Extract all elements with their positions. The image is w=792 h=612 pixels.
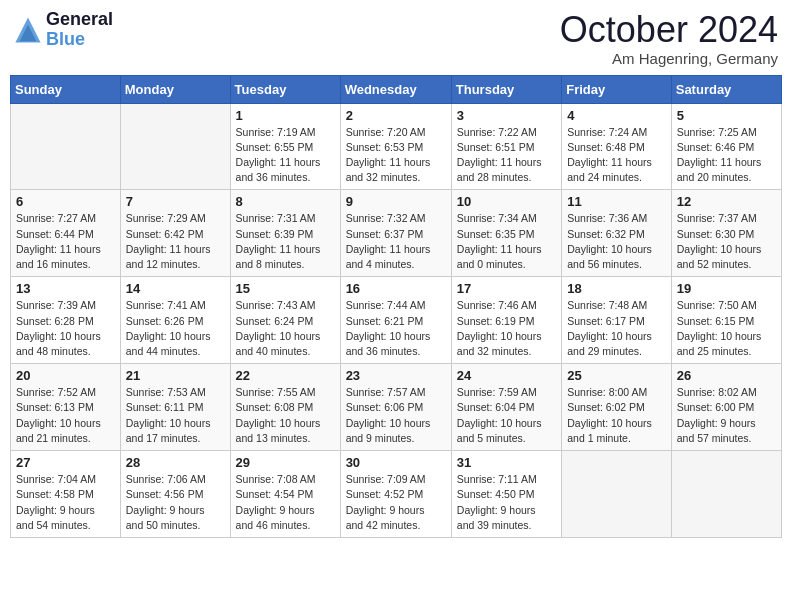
day-number: 7 <box>126 194 225 209</box>
weekday-header-row: SundayMondayTuesdayWednesdayThursdayFrid… <box>11 75 782 103</box>
day-detail: Sunrise: 7:04 AM Sunset: 4:58 PM Dayligh… <box>16 472 115 533</box>
day-number: 1 <box>236 108 335 123</box>
day-detail: Sunrise: 7:46 AM Sunset: 6:19 PM Dayligh… <box>457 298 556 359</box>
calendar-cell: 9Sunrise: 7:32 AM Sunset: 6:37 PM Daylig… <box>340 190 451 277</box>
calendar-cell <box>11 103 121 190</box>
calendar-cell: 31Sunrise: 7:11 AM Sunset: 4:50 PM Dayli… <box>451 451 561 538</box>
calendar-cell: 3Sunrise: 7:22 AM Sunset: 6:51 PM Daylig… <box>451 103 561 190</box>
calendar-cell: 1Sunrise: 7:19 AM Sunset: 6:55 PM Daylig… <box>230 103 340 190</box>
day-detail: Sunrise: 7:59 AM Sunset: 6:04 PM Dayligh… <box>457 385 556 446</box>
calendar-cell: 19Sunrise: 7:50 AM Sunset: 6:15 PM Dayli… <box>671 277 781 364</box>
week-row-3: 13Sunrise: 7:39 AM Sunset: 6:28 PM Dayli… <box>11 277 782 364</box>
calendar-cell: 21Sunrise: 7:53 AM Sunset: 6:11 PM Dayli… <box>120 364 230 451</box>
calendar-cell: 4Sunrise: 7:24 AM Sunset: 6:48 PM Daylig… <box>562 103 672 190</box>
day-detail: Sunrise: 8:02 AM Sunset: 6:00 PM Dayligh… <box>677 385 776 446</box>
week-row-2: 6Sunrise: 7:27 AM Sunset: 6:44 PM Daylig… <box>11 190 782 277</box>
day-detail: Sunrise: 7:37 AM Sunset: 6:30 PM Dayligh… <box>677 211 776 272</box>
calendar-cell: 20Sunrise: 7:52 AM Sunset: 6:13 PM Dayli… <box>11 364 121 451</box>
day-detail: Sunrise: 7:48 AM Sunset: 6:17 PM Dayligh… <box>567 298 666 359</box>
day-detail: Sunrise: 7:06 AM Sunset: 4:56 PM Dayligh… <box>126 472 225 533</box>
weekday-thursday: Thursday <box>451 75 561 103</box>
day-number: 22 <box>236 368 335 383</box>
day-detail: Sunrise: 8:00 AM Sunset: 6:02 PM Dayligh… <box>567 385 666 446</box>
calendar-cell <box>562 451 672 538</box>
logo-icon <box>14 16 42 44</box>
calendar-cell: 12Sunrise: 7:37 AM Sunset: 6:30 PM Dayli… <box>671 190 781 277</box>
day-detail: Sunrise: 7:44 AM Sunset: 6:21 PM Dayligh… <box>346 298 446 359</box>
day-detail: Sunrise: 7:25 AM Sunset: 6:46 PM Dayligh… <box>677 125 776 186</box>
day-number: 16 <box>346 281 446 296</box>
calendar-cell: 16Sunrise: 7:44 AM Sunset: 6:21 PM Dayli… <box>340 277 451 364</box>
calendar-cell: 13Sunrise: 7:39 AM Sunset: 6:28 PM Dayli… <box>11 277 121 364</box>
week-row-5: 27Sunrise: 7:04 AM Sunset: 4:58 PM Dayli… <box>11 451 782 538</box>
day-number: 6 <box>16 194 115 209</box>
calendar-table: SundayMondayTuesdayWednesdayThursdayFrid… <box>10 75 782 538</box>
calendar-cell: 24Sunrise: 7:59 AM Sunset: 6:04 PM Dayli… <box>451 364 561 451</box>
day-number: 10 <box>457 194 556 209</box>
day-number: 9 <box>346 194 446 209</box>
day-number: 26 <box>677 368 776 383</box>
day-detail: Sunrise: 7:36 AM Sunset: 6:32 PM Dayligh… <box>567 211 666 272</box>
title-block: October 2024 Am Hagenring, Germany <box>560 10 778 67</box>
calendar-cell: 27Sunrise: 7:04 AM Sunset: 4:58 PM Dayli… <box>11 451 121 538</box>
calendar-cell: 15Sunrise: 7:43 AM Sunset: 6:24 PM Dayli… <box>230 277 340 364</box>
calendar-cell: 8Sunrise: 7:31 AM Sunset: 6:39 PM Daylig… <box>230 190 340 277</box>
day-detail: Sunrise: 7:52 AM Sunset: 6:13 PM Dayligh… <box>16 385 115 446</box>
day-detail: Sunrise: 7:09 AM Sunset: 4:52 PM Dayligh… <box>346 472 446 533</box>
day-detail: Sunrise: 7:41 AM Sunset: 6:26 PM Dayligh… <box>126 298 225 359</box>
calendar-cell: 10Sunrise: 7:34 AM Sunset: 6:35 PM Dayli… <box>451 190 561 277</box>
day-detail: Sunrise: 7:29 AM Sunset: 6:42 PM Dayligh… <box>126 211 225 272</box>
weekday-wednesday: Wednesday <box>340 75 451 103</box>
weekday-monday: Monday <box>120 75 230 103</box>
calendar-cell: 14Sunrise: 7:41 AM Sunset: 6:26 PM Dayli… <box>120 277 230 364</box>
day-detail: Sunrise: 7:20 AM Sunset: 6:53 PM Dayligh… <box>346 125 446 186</box>
day-detail: Sunrise: 7:32 AM Sunset: 6:37 PM Dayligh… <box>346 211 446 272</box>
page-header: GeneralBlue October 2024 Am Hagenring, G… <box>10 10 782 67</box>
day-number: 4 <box>567 108 666 123</box>
day-detail: Sunrise: 7:43 AM Sunset: 6:24 PM Dayligh… <box>236 298 335 359</box>
calendar-body: 1Sunrise: 7:19 AM Sunset: 6:55 PM Daylig… <box>11 103 782 537</box>
week-row-1: 1Sunrise: 7:19 AM Sunset: 6:55 PM Daylig… <box>11 103 782 190</box>
day-number: 2 <box>346 108 446 123</box>
day-number: 25 <box>567 368 666 383</box>
calendar-cell: 7Sunrise: 7:29 AM Sunset: 6:42 PM Daylig… <box>120 190 230 277</box>
day-detail: Sunrise: 7:50 AM Sunset: 6:15 PM Dayligh… <box>677 298 776 359</box>
calendar-cell: 2Sunrise: 7:20 AM Sunset: 6:53 PM Daylig… <box>340 103 451 190</box>
day-number: 29 <box>236 455 335 470</box>
day-number: 13 <box>16 281 115 296</box>
day-detail: Sunrise: 7:31 AM Sunset: 6:39 PM Dayligh… <box>236 211 335 272</box>
calendar-cell: 6Sunrise: 7:27 AM Sunset: 6:44 PM Daylig… <box>11 190 121 277</box>
day-number: 27 <box>16 455 115 470</box>
calendar-cell: 22Sunrise: 7:55 AM Sunset: 6:08 PM Dayli… <box>230 364 340 451</box>
day-number: 21 <box>126 368 225 383</box>
calendar-cell: 25Sunrise: 8:00 AM Sunset: 6:02 PM Dayli… <box>562 364 672 451</box>
calendar-cell: 17Sunrise: 7:46 AM Sunset: 6:19 PM Dayli… <box>451 277 561 364</box>
calendar-cell: 26Sunrise: 8:02 AM Sunset: 6:00 PM Dayli… <box>671 364 781 451</box>
day-number: 30 <box>346 455 446 470</box>
day-number: 3 <box>457 108 556 123</box>
logo-text: GeneralBlue <box>46 10 113 50</box>
weekday-friday: Friday <box>562 75 672 103</box>
day-detail: Sunrise: 7:55 AM Sunset: 6:08 PM Dayligh… <box>236 385 335 446</box>
location: Am Hagenring, Germany <box>560 50 778 67</box>
day-number: 19 <box>677 281 776 296</box>
calendar-cell: 11Sunrise: 7:36 AM Sunset: 6:32 PM Dayli… <box>562 190 672 277</box>
day-number: 12 <box>677 194 776 209</box>
month-title: October 2024 <box>560 10 778 50</box>
calendar-cell: 18Sunrise: 7:48 AM Sunset: 6:17 PM Dayli… <box>562 277 672 364</box>
day-detail: Sunrise: 7:57 AM Sunset: 6:06 PM Dayligh… <box>346 385 446 446</box>
day-detail: Sunrise: 7:24 AM Sunset: 6:48 PM Dayligh… <box>567 125 666 186</box>
day-number: 28 <box>126 455 225 470</box>
day-number: 8 <box>236 194 335 209</box>
day-number: 5 <box>677 108 776 123</box>
day-detail: Sunrise: 7:11 AM Sunset: 4:50 PM Dayligh… <box>457 472 556 533</box>
calendar-cell: 28Sunrise: 7:06 AM Sunset: 4:56 PM Dayli… <box>120 451 230 538</box>
day-detail: Sunrise: 7:19 AM Sunset: 6:55 PM Dayligh… <box>236 125 335 186</box>
day-detail: Sunrise: 7:53 AM Sunset: 6:11 PM Dayligh… <box>126 385 225 446</box>
day-number: 11 <box>567 194 666 209</box>
day-number: 17 <box>457 281 556 296</box>
day-detail: Sunrise: 7:27 AM Sunset: 6:44 PM Dayligh… <box>16 211 115 272</box>
day-number: 31 <box>457 455 556 470</box>
calendar-cell: 30Sunrise: 7:09 AM Sunset: 4:52 PM Dayli… <box>340 451 451 538</box>
weekday-tuesday: Tuesday <box>230 75 340 103</box>
